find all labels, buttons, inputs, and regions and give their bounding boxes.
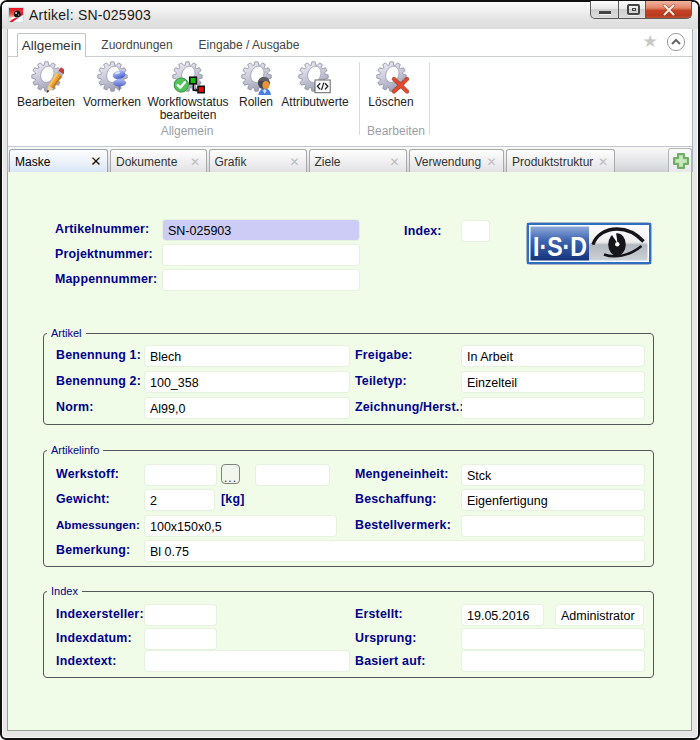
svg-text:I·S·D: I·S·D xyxy=(533,232,587,262)
